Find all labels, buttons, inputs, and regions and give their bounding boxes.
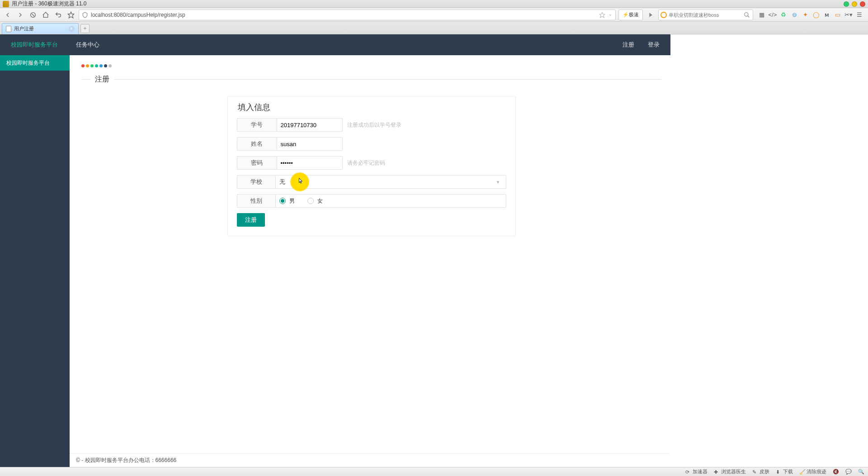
tab-active[interactable]: 用户注册 × — [2, 23, 79, 34]
select-school[interactable]: 无 ▼ — [275, 175, 506, 189]
minimize-icon[interactable] — [844, 1, 849, 7]
sb-zoom-icon[interactable]: 🔍 — [858, 469, 864, 475]
hint-password: 请务必牢记密码 — [347, 159, 385, 167]
sidebar: 校园即时服务平台 — [0, 55, 70, 467]
back-button[interactable] — [3, 10, 13, 20]
color-dots — [81, 64, 661, 67]
ext-note-icon[interactable]: ▭ — [834, 11, 842, 19]
ext-recycle-icon[interactable]: ♻ — [779, 11, 788, 19]
tab-favicon — [6, 26, 11, 32]
ext-puzzle-icon[interactable]: ✦ — [801, 11, 809, 19]
radio-group-gender: 男 女 — [275, 194, 506, 208]
search-input[interactable] — [669, 12, 743, 18]
radio-checked-icon — [279, 198, 286, 204]
ext-apps-icon[interactable]: ▦ — [758, 11, 766, 19]
page-title: 注册 — [90, 75, 114, 84]
sb-download[interactable]: ⬇下载 — [776, 468, 793, 475]
svg-marker-3 — [599, 12, 605, 18]
label-student-id: 学号 — [237, 118, 277, 132]
label-password: 密码 — [237, 156, 277, 170]
svg-line-1 — [32, 14, 34, 16]
search-box[interactable] — [658, 10, 753, 20]
chevron-down-icon[interactable] — [608, 13, 613, 17]
search-button[interactable] — [743, 11, 751, 19]
sb-mute-icon[interactable]: 🔇 — [833, 469, 839, 475]
shield-icon — [82, 12, 88, 18]
svg-point-5 — [745, 12, 748, 16]
hint-student-id: 注册成功后以学号登录 — [347, 121, 401, 129]
nav-login[interactable]: 登录 — [648, 41, 660, 49]
window-title: 用户注册 - 360极速浏览器 11.0 — [12, 0, 841, 8]
tab-strip: 用户注册 × + — [0, 22, 868, 34]
menu-icon[interactable]: ☰ — [855, 11, 863, 19]
panel-title: 填入信息 — [237, 96, 506, 118]
undo-button[interactable] — [53, 10, 63, 20]
label-gender: 性别 — [237, 194, 275, 208]
svg-marker-2 — [68, 12, 74, 18]
chevron-down-icon: ▼ — [496, 180, 500, 185]
os-titlebar: 用户注册 - 360极速浏览器 11.0 — [0, 0, 868, 8]
favorite-button[interactable] — [66, 10, 76, 20]
extension-icons: ▦ </> ♻ ⊖ ✦ ◯ ᴍ ▭ ✂▾ ☰ — [756, 11, 865, 19]
go-button[interactable] — [646, 10, 656, 20]
label-name: 姓名 — [237, 137, 277, 151]
fieldset: 注册 填入信息 学号 注册成功后以学号登录 姓名 — [81, 79, 661, 236]
nav-register[interactable]: 注册 — [623, 41, 634, 49]
input-student-id[interactable] — [277, 118, 343, 132]
input-name[interactable] — [277, 137, 343, 151]
sb-doctor[interactable]: ✚浏览器医生 — [714, 468, 746, 475]
page-footer: © - 校园即时服务平台办公电话：6666666 — [70, 453, 670, 467]
radio-female[interactable]: 女 — [307, 197, 323, 205]
svg-marker-4 — [649, 13, 652, 17]
svg-line-6 — [748, 15, 750, 17]
new-tab-button[interactable]: + — [80, 24, 90, 33]
close-icon[interactable] — [860, 1, 865, 7]
ext-circle-icon[interactable]: ◯ — [812, 11, 820, 19]
stop-reload-button[interactable] — [28, 10, 38, 20]
address-bar[interactable] — [79, 10, 616, 20]
row-name: 姓名 — [237, 137, 506, 151]
sb-chat-icon[interactable]: 💬 — [845, 469, 852, 475]
ext-block-icon[interactable]: ⊖ — [790, 11, 798, 19]
maximize-icon[interactable] — [852, 1, 857, 7]
tab-close-button[interactable]: × — [68, 26, 75, 32]
app-icon — [3, 1, 9, 7]
tab-title: 用户注册 — [14, 25, 34, 32]
footer-text: © - 校园即时服务平台办公电话：6666666 — [76, 457, 176, 464]
star-outline-icon[interactable] — [599, 12, 605, 18]
speed-mode-button[interactable]: ⚡极速 — [618, 10, 643, 20]
radio-unchecked-icon — [307, 198, 314, 204]
radio-male-label: 男 — [289, 197, 295, 205]
browser-statusbar: ⟳加速器 ✚浏览器医生 ✎皮肤 ⬇下载 🧹清除痕迹 🔇 💬 🔍 — [0, 467, 868, 476]
home-button[interactable] — [41, 10, 51, 20]
sb-accelerator[interactable]: ⟳加速器 — [685, 468, 708, 475]
sidebar-item-platform[interactable]: 校园即时服务平台 — [0, 55, 70, 71]
ext-m-icon[interactable]: ᴍ — [823, 11, 831, 19]
sb-skin[interactable]: ✎皮肤 — [752, 468, 769, 475]
search-engine-icon — [660, 12, 667, 18]
page-viewport: 校园即时服务平台 任务中心 注册 登录 校园即时服务平台 注册 填入信息 — [0, 34, 868, 467]
input-password[interactable] — [277, 156, 343, 170]
sb-clear[interactable]: 🧹清除痕迹 — [799, 468, 826, 475]
browser-toolbar: ⚡极速 ▦ </> ♻ ⊖ ✦ ◯ ᴍ ▭ ✂▾ ☰ — [0, 8, 868, 22]
ext-devtools-icon[interactable]: </> — [769, 11, 777, 19]
nav-task-center[interactable]: 任务中心 — [76, 41, 99, 49]
row-school: 学校 无 ▼ — [237, 175, 506, 189]
select-school-value: 无 — [279, 178, 285, 186]
url-input[interactable] — [91, 12, 596, 18]
forward-button[interactable] — [15, 10, 25, 20]
ext-scissors-icon[interactable]: ✂▾ — [844, 11, 853, 19]
form-panel: 填入信息 学号 注册成功后以学号登录 姓名 密码 — [227, 96, 516, 236]
row-student-id: 学号 注册成功后以学号登录 — [237, 118, 506, 132]
main-content: 注册 填入信息 学号 注册成功后以学号登录 姓名 — [70, 55, 670, 467]
app-header: 校园即时服务平台 任务中心 注册 登录 — [0, 34, 670, 55]
brand-link[interactable]: 校园即时服务平台 — [11, 41, 58, 49]
label-school: 学校 — [237, 175, 275, 189]
row-password: 密码 请务必牢记密码 — [237, 156, 506, 170]
submit-button[interactable]: 注册 — [237, 213, 265, 227]
radio-female-label: 女 — [317, 197, 323, 205]
row-gender: 性别 男 女 — [237, 194, 506, 208]
radio-male[interactable]: 男 — [279, 197, 295, 205]
